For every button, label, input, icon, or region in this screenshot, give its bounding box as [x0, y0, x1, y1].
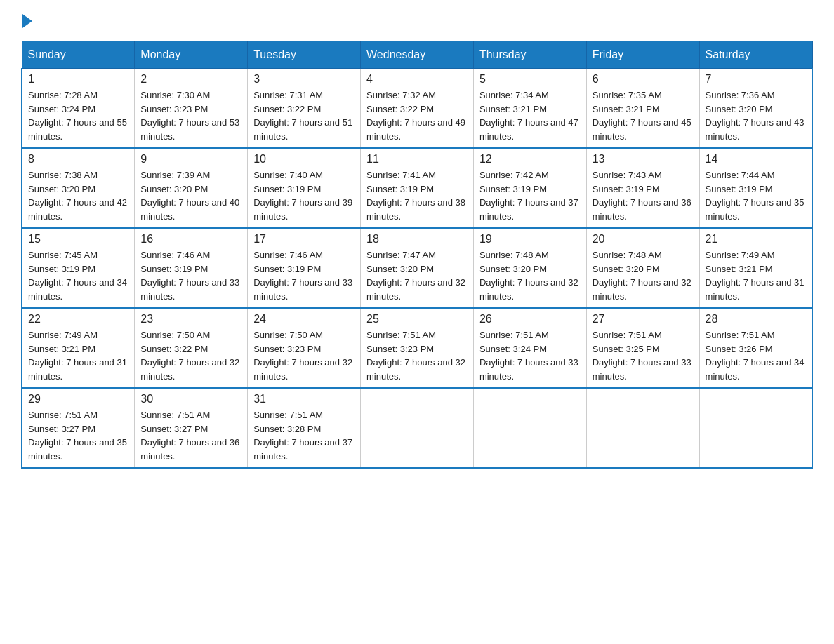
calendar-cell: 13 Sunrise: 7:43 AMSunset: 3:19 PMDaylig… [586, 148, 699, 228]
day-number: 21 [706, 233, 806, 246]
calendar-cell [473, 388, 586, 468]
calendar-cell: 29 Sunrise: 7:51 AMSunset: 3:27 PMDaylig… [22, 388, 135, 468]
day-number: 10 [253, 153, 355, 166]
calendar-cell: 1 Sunrise: 7:28 AMSunset: 3:24 PMDayligh… [22, 69, 135, 149]
calendar-cell [699, 388, 812, 468]
header-sunday: Sunday [22, 41, 135, 69]
calendar-cell: 28 Sunrise: 7:51 AMSunset: 3:26 PMDaylig… [699, 308, 812, 388]
calendar-cell: 27 Sunrise: 7:51 AMSunset: 3:25 PMDaylig… [586, 308, 699, 388]
day-info: Sunrise: 7:50 AMSunset: 3:22 PMDaylight:… [140, 330, 239, 382]
header-row: SundayMondayTuesdayWednesdayThursdayFrid… [22, 41, 812, 69]
header-thursday: Thursday [473, 41, 586, 69]
day-number: 23 [140, 313, 241, 326]
header-wednesday: Wednesday [361, 41, 474, 69]
calendar-cell: 24 Sunrise: 7:50 AMSunset: 3:23 PMDaylig… [248, 308, 361, 388]
calendar-cell: 2 Sunrise: 7:30 AMSunset: 3:23 PMDayligh… [135, 69, 248, 149]
day-info: Sunrise: 7:44 AMSunset: 3:19 PMDaylight:… [706, 170, 805, 222]
day-info: Sunrise: 7:50 AMSunset: 3:23 PMDaylight:… [253, 330, 352, 382]
calendar-cell [586, 388, 699, 468]
calendar-cell: 18 Sunrise: 7:47 AMSunset: 3:20 PMDaylig… [361, 228, 474, 308]
logo-arrow-icon [22, 14, 32, 28]
day-number: 7 [706, 73, 806, 86]
day-info: Sunrise: 7:45 AMSunset: 3:19 PMDaylight:… [28, 250, 127, 302]
day-info: Sunrise: 7:28 AMSunset: 3:24 PMDaylight:… [28, 90, 127, 142]
day-info: Sunrise: 7:51 AMSunset: 3:23 PMDaylight:… [366, 330, 465, 382]
calendar-cell: 11 Sunrise: 7:41 AMSunset: 3:19 PMDaylig… [361, 148, 474, 228]
calendar-week-row: 29 Sunrise: 7:51 AMSunset: 3:27 PMDaylig… [22, 388, 812, 468]
calendar-cell: 15 Sunrise: 7:45 AMSunset: 3:19 PMDaylig… [22, 228, 135, 308]
day-info: Sunrise: 7:38 AMSunset: 3:20 PMDaylight:… [28, 170, 127, 222]
day-number: 16 [140, 233, 241, 246]
logo [21, 14, 32, 28]
calendar-body: 1 Sunrise: 7:28 AMSunset: 3:24 PMDayligh… [22, 69, 812, 469]
calendar-week-row: 15 Sunrise: 7:45 AMSunset: 3:19 PMDaylig… [22, 228, 812, 308]
header-tuesday: Tuesday [248, 41, 361, 69]
day-number: 6 [593, 73, 694, 86]
day-info: Sunrise: 7:35 AMSunset: 3:21 PMDaylight:… [593, 90, 691, 142]
day-info: Sunrise: 7:46 AMSunset: 3:19 PMDaylight:… [140, 250, 239, 302]
day-info: Sunrise: 7:34 AMSunset: 3:21 PMDaylight:… [479, 90, 578, 142]
day-number: 4 [366, 73, 468, 86]
day-info: Sunrise: 7:43 AMSunset: 3:19 PMDaylight:… [593, 170, 691, 222]
calendar-cell: 4 Sunrise: 7:32 AMSunset: 3:22 PMDayligh… [361, 69, 474, 149]
day-info: Sunrise: 7:41 AMSunset: 3:19 PMDaylight:… [366, 170, 465, 222]
calendar-week-row: 22 Sunrise: 7:49 AMSunset: 3:21 PMDaylig… [22, 308, 812, 388]
day-info: Sunrise: 7:48 AMSunset: 3:20 PMDaylight:… [593, 250, 691, 302]
day-info: Sunrise: 7:51 AMSunset: 3:24 PMDaylight:… [479, 330, 578, 382]
calendar-cell: 16 Sunrise: 7:46 AMSunset: 3:19 PMDaylig… [135, 228, 248, 308]
calendar-cell: 21 Sunrise: 7:49 AMSunset: 3:21 PMDaylig… [699, 228, 812, 308]
day-number: 14 [706, 153, 806, 166]
day-info: Sunrise: 7:49 AMSunset: 3:21 PMDaylight:… [28, 330, 127, 382]
calendar-cell: 9 Sunrise: 7:39 AMSunset: 3:20 PMDayligh… [135, 148, 248, 228]
calendar-cell: 7 Sunrise: 7:36 AMSunset: 3:20 PMDayligh… [699, 69, 812, 149]
day-info: Sunrise: 7:30 AMSunset: 3:23 PMDaylight:… [140, 90, 239, 142]
day-number: 22 [28, 313, 128, 326]
calendar-cell: 31 Sunrise: 7:51 AMSunset: 3:28 PMDaylig… [248, 388, 361, 468]
day-number: 31 [253, 393, 355, 405]
calendar-cell: 20 Sunrise: 7:48 AMSunset: 3:20 PMDaylig… [586, 228, 699, 308]
calendar-cell: 12 Sunrise: 7:42 AMSunset: 3:19 PMDaylig… [473, 148, 586, 228]
day-info: Sunrise: 7:42 AMSunset: 3:19 PMDaylight:… [479, 170, 578, 222]
day-info: Sunrise: 7:47 AMSunset: 3:20 PMDaylight:… [366, 250, 465, 302]
calendar-cell: 3 Sunrise: 7:31 AMSunset: 3:22 PMDayligh… [248, 69, 361, 149]
day-info: Sunrise: 7:49 AMSunset: 3:21 PMDaylight:… [706, 250, 805, 302]
day-number: 9 [140, 153, 241, 166]
page-header [21, 14, 813, 28]
calendar-cell: 8 Sunrise: 7:38 AMSunset: 3:20 PMDayligh… [22, 148, 135, 228]
day-number: 15 [28, 233, 128, 246]
day-number: 5 [479, 73, 581, 86]
day-info: Sunrise: 7:31 AMSunset: 3:22 PMDaylight:… [253, 90, 352, 142]
calendar-cell: 22 Sunrise: 7:49 AMSunset: 3:21 PMDaylig… [22, 308, 135, 388]
calendar-cell: 10 Sunrise: 7:40 AMSunset: 3:19 PMDaylig… [248, 148, 361, 228]
calendar-header: SundayMondayTuesdayWednesdayThursdayFrid… [22, 41, 812, 69]
calendar-cell: 23 Sunrise: 7:50 AMSunset: 3:22 PMDaylig… [135, 308, 248, 388]
day-number: 28 [706, 313, 806, 326]
day-info: Sunrise: 7:39 AMSunset: 3:20 PMDaylight:… [140, 170, 239, 222]
day-number: 12 [479, 153, 581, 166]
calendar-cell: 6 Sunrise: 7:35 AMSunset: 3:21 PMDayligh… [586, 69, 699, 149]
day-info: Sunrise: 7:48 AMSunset: 3:20 PMDaylight:… [479, 250, 578, 302]
day-info: Sunrise: 7:32 AMSunset: 3:22 PMDaylight:… [366, 90, 465, 142]
calendar-cell [361, 388, 474, 468]
day-number: 2 [140, 73, 241, 86]
day-info: Sunrise: 7:51 AMSunset: 3:27 PMDaylight:… [140, 410, 239, 462]
calendar-cell: 30 Sunrise: 7:51 AMSunset: 3:27 PMDaylig… [135, 388, 248, 468]
day-number: 29 [28, 393, 128, 405]
day-number: 11 [366, 153, 468, 166]
calendar-cell: 14 Sunrise: 7:44 AMSunset: 3:19 PMDaylig… [699, 148, 812, 228]
day-number: 24 [253, 313, 355, 326]
day-number: 26 [479, 313, 581, 326]
calendar-week-row: 8 Sunrise: 7:38 AMSunset: 3:20 PMDayligh… [22, 148, 812, 228]
day-number: 1 [28, 73, 128, 86]
day-number: 19 [479, 233, 581, 246]
header-friday: Friday [586, 41, 699, 69]
day-number: 20 [593, 233, 694, 246]
day-number: 3 [253, 73, 355, 86]
header-saturday: Saturday [699, 41, 812, 69]
day-number: 27 [593, 313, 694, 326]
day-number: 13 [593, 153, 694, 166]
day-number: 18 [366, 233, 468, 246]
day-info: Sunrise: 7:51 AMSunset: 3:27 PMDaylight:… [28, 410, 127, 462]
calendar-cell: 25 Sunrise: 7:51 AMSunset: 3:23 PMDaylig… [361, 308, 474, 388]
calendar-cell: 5 Sunrise: 7:34 AMSunset: 3:21 PMDayligh… [473, 69, 586, 149]
